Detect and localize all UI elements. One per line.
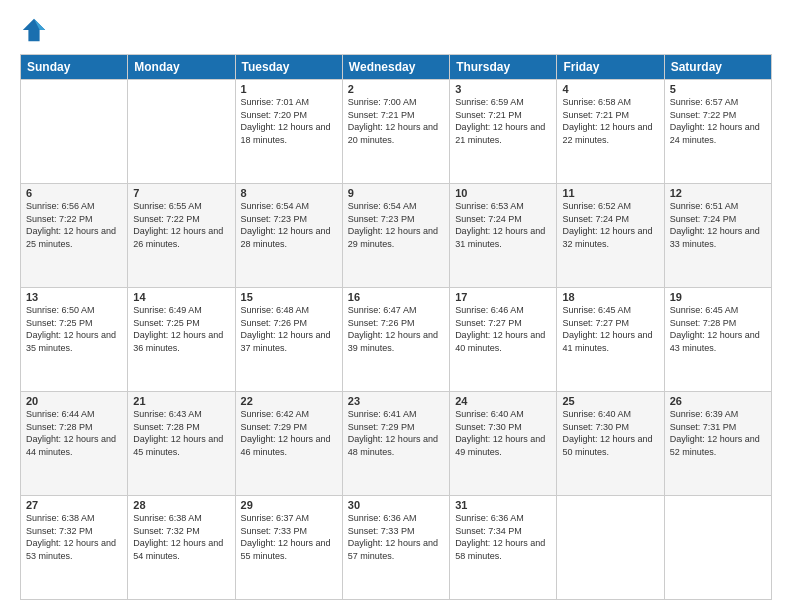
day-info: Sunrise: 6:58 AMSunset: 7:21 PMDaylight:… xyxy=(562,96,658,146)
calendar-cell: 10Sunrise: 6:53 AMSunset: 7:24 PMDayligh… xyxy=(450,184,557,288)
day-info: Sunrise: 6:45 AMSunset: 7:27 PMDaylight:… xyxy=(562,304,658,354)
calendar-cell xyxy=(664,496,771,600)
day-number: 16 xyxy=(348,291,444,303)
day-number: 1 xyxy=(241,83,337,95)
calendar-cell xyxy=(128,80,235,184)
day-number: 3 xyxy=(455,83,551,95)
calendar-cell: 7Sunrise: 6:55 AMSunset: 7:22 PMDaylight… xyxy=(128,184,235,288)
calendar-cell: 20Sunrise: 6:44 AMSunset: 7:28 PMDayligh… xyxy=(21,392,128,496)
calendar-cell: 11Sunrise: 6:52 AMSunset: 7:24 PMDayligh… xyxy=(557,184,664,288)
day-number: 14 xyxy=(133,291,229,303)
day-info: Sunrise: 7:01 AMSunset: 7:20 PMDaylight:… xyxy=(241,96,337,146)
page: SundayMondayTuesdayWednesdayThursdayFrid… xyxy=(0,0,792,612)
day-number: 29 xyxy=(241,499,337,511)
day-number: 30 xyxy=(348,499,444,511)
day-number: 27 xyxy=(26,499,122,511)
col-header-saturday: Saturday xyxy=(664,55,771,80)
day-info: Sunrise: 6:48 AMSunset: 7:26 PMDaylight:… xyxy=(241,304,337,354)
header xyxy=(20,16,772,44)
calendar-table: SundayMondayTuesdayWednesdayThursdayFrid… xyxy=(20,54,772,600)
logo-icon xyxy=(20,16,48,44)
day-info: Sunrise: 6:56 AMSunset: 7:22 PMDaylight:… xyxy=(26,200,122,250)
day-number: 28 xyxy=(133,499,229,511)
day-number: 22 xyxy=(241,395,337,407)
calendar-cell: 14Sunrise: 6:49 AMSunset: 7:25 PMDayligh… xyxy=(128,288,235,392)
col-header-thursday: Thursday xyxy=(450,55,557,80)
col-header-wednesday: Wednesday xyxy=(342,55,449,80)
day-info: Sunrise: 7:00 AMSunset: 7:21 PMDaylight:… xyxy=(348,96,444,146)
calendar-cell: 13Sunrise: 6:50 AMSunset: 7:25 PMDayligh… xyxy=(21,288,128,392)
day-number: 19 xyxy=(670,291,766,303)
day-number: 25 xyxy=(562,395,658,407)
day-number: 17 xyxy=(455,291,551,303)
day-info: Sunrise: 6:49 AMSunset: 7:25 PMDaylight:… xyxy=(133,304,229,354)
day-info: Sunrise: 6:38 AMSunset: 7:32 PMDaylight:… xyxy=(133,512,229,562)
col-header-tuesday: Tuesday xyxy=(235,55,342,80)
day-number: 8 xyxy=(241,187,337,199)
day-info: Sunrise: 6:54 AMSunset: 7:23 PMDaylight:… xyxy=(348,200,444,250)
calendar-cell: 1Sunrise: 7:01 AMSunset: 7:20 PMDaylight… xyxy=(235,80,342,184)
calendar-cell: 9Sunrise: 6:54 AMSunset: 7:23 PMDaylight… xyxy=(342,184,449,288)
day-number: 23 xyxy=(348,395,444,407)
day-info: Sunrise: 6:37 AMSunset: 7:33 PMDaylight:… xyxy=(241,512,337,562)
day-info: Sunrise: 6:36 AMSunset: 7:34 PMDaylight:… xyxy=(455,512,551,562)
calendar-cell: 21Sunrise: 6:43 AMSunset: 7:28 PMDayligh… xyxy=(128,392,235,496)
calendar-cell: 2Sunrise: 7:00 AMSunset: 7:21 PMDaylight… xyxy=(342,80,449,184)
day-info: Sunrise: 6:42 AMSunset: 7:29 PMDaylight:… xyxy=(241,408,337,458)
calendar-cell: 29Sunrise: 6:37 AMSunset: 7:33 PMDayligh… xyxy=(235,496,342,600)
calendar-cell: 25Sunrise: 6:40 AMSunset: 7:30 PMDayligh… xyxy=(557,392,664,496)
day-number: 31 xyxy=(455,499,551,511)
calendar-cell: 6Sunrise: 6:56 AMSunset: 7:22 PMDaylight… xyxy=(21,184,128,288)
calendar-cell: 8Sunrise: 6:54 AMSunset: 7:23 PMDaylight… xyxy=(235,184,342,288)
day-number: 9 xyxy=(348,187,444,199)
calendar-cell: 24Sunrise: 6:40 AMSunset: 7:30 PMDayligh… xyxy=(450,392,557,496)
day-info: Sunrise: 6:44 AMSunset: 7:28 PMDaylight:… xyxy=(26,408,122,458)
calendar-cell: 30Sunrise: 6:36 AMSunset: 7:33 PMDayligh… xyxy=(342,496,449,600)
day-info: Sunrise: 6:57 AMSunset: 7:22 PMDaylight:… xyxy=(670,96,766,146)
day-number: 26 xyxy=(670,395,766,407)
day-info: Sunrise: 6:59 AMSunset: 7:21 PMDaylight:… xyxy=(455,96,551,146)
logo xyxy=(20,16,50,44)
day-number: 24 xyxy=(455,395,551,407)
calendar-cell: 23Sunrise: 6:41 AMSunset: 7:29 PMDayligh… xyxy=(342,392,449,496)
day-info: Sunrise: 6:55 AMSunset: 7:22 PMDaylight:… xyxy=(133,200,229,250)
day-number: 4 xyxy=(562,83,658,95)
day-number: 13 xyxy=(26,291,122,303)
day-number: 10 xyxy=(455,187,551,199)
day-info: Sunrise: 6:38 AMSunset: 7:32 PMDaylight:… xyxy=(26,512,122,562)
col-header-monday: Monday xyxy=(128,55,235,80)
col-header-friday: Friday xyxy=(557,55,664,80)
day-info: Sunrise: 6:51 AMSunset: 7:24 PMDaylight:… xyxy=(670,200,766,250)
day-number: 21 xyxy=(133,395,229,407)
day-number: 18 xyxy=(562,291,658,303)
day-info: Sunrise: 6:45 AMSunset: 7:28 PMDaylight:… xyxy=(670,304,766,354)
calendar-cell: 31Sunrise: 6:36 AMSunset: 7:34 PMDayligh… xyxy=(450,496,557,600)
calendar-cell: 22Sunrise: 6:42 AMSunset: 7:29 PMDayligh… xyxy=(235,392,342,496)
day-number: 6 xyxy=(26,187,122,199)
calendar-cell: 5Sunrise: 6:57 AMSunset: 7:22 PMDaylight… xyxy=(664,80,771,184)
day-number: 15 xyxy=(241,291,337,303)
day-number: 11 xyxy=(562,187,658,199)
calendar-cell: 12Sunrise: 6:51 AMSunset: 7:24 PMDayligh… xyxy=(664,184,771,288)
calendar-cell: 27Sunrise: 6:38 AMSunset: 7:32 PMDayligh… xyxy=(21,496,128,600)
day-number: 5 xyxy=(670,83,766,95)
day-info: Sunrise: 6:54 AMSunset: 7:23 PMDaylight:… xyxy=(241,200,337,250)
day-number: 20 xyxy=(26,395,122,407)
day-info: Sunrise: 6:39 AMSunset: 7:31 PMDaylight:… xyxy=(670,408,766,458)
day-info: Sunrise: 6:41 AMSunset: 7:29 PMDaylight:… xyxy=(348,408,444,458)
day-info: Sunrise: 6:50 AMSunset: 7:25 PMDaylight:… xyxy=(26,304,122,354)
day-number: 7 xyxy=(133,187,229,199)
calendar-cell: 28Sunrise: 6:38 AMSunset: 7:32 PMDayligh… xyxy=(128,496,235,600)
calendar-cell: 26Sunrise: 6:39 AMSunset: 7:31 PMDayligh… xyxy=(664,392,771,496)
day-info: Sunrise: 6:40 AMSunset: 7:30 PMDaylight:… xyxy=(455,408,551,458)
day-info: Sunrise: 6:46 AMSunset: 7:27 PMDaylight:… xyxy=(455,304,551,354)
calendar-cell: 19Sunrise: 6:45 AMSunset: 7:28 PMDayligh… xyxy=(664,288,771,392)
day-info: Sunrise: 6:52 AMSunset: 7:24 PMDaylight:… xyxy=(562,200,658,250)
col-header-sunday: Sunday xyxy=(21,55,128,80)
calendar-cell: 18Sunrise: 6:45 AMSunset: 7:27 PMDayligh… xyxy=(557,288,664,392)
calendar-cell xyxy=(557,496,664,600)
day-info: Sunrise: 6:43 AMSunset: 7:28 PMDaylight:… xyxy=(133,408,229,458)
calendar-cell xyxy=(21,80,128,184)
day-number: 12 xyxy=(670,187,766,199)
day-info: Sunrise: 6:47 AMSunset: 7:26 PMDaylight:… xyxy=(348,304,444,354)
